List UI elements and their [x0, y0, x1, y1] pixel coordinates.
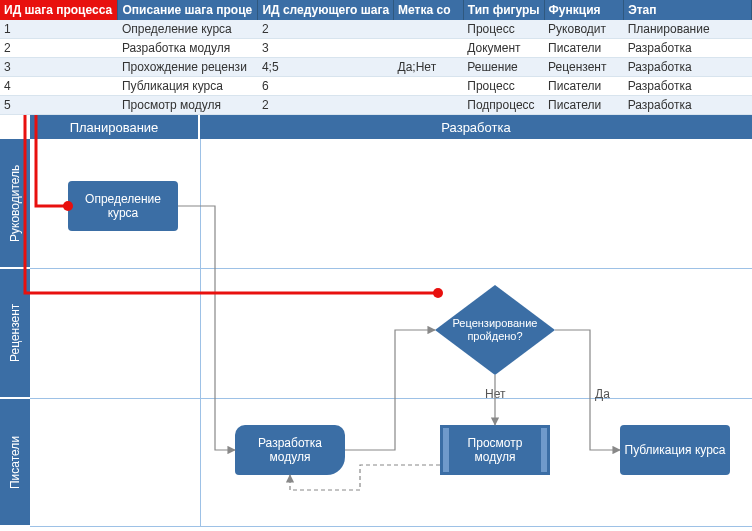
table-body: 1 Определение курса 2 Процесс Руководит … [0, 20, 752, 115]
node-review-label: Рецензирование пройдено? [435, 285, 555, 375]
cell-shape: Решение [463, 58, 544, 77]
cell-phase: Разработка [624, 58, 752, 77]
cell-desc: Определение курса [118, 20, 258, 39]
cell-phase: Планирование [624, 20, 752, 39]
lane-label-writers: Писатели [0, 399, 30, 527]
cell-shape: Документ [463, 39, 544, 58]
cell-func: Рецензент [544, 58, 624, 77]
cell-id: 5 [0, 96, 118, 115]
lane-label-reviewer: Рецензент [0, 269, 30, 399]
table-row: 2 Разработка модуля 3 Документ Писатели … [0, 39, 752, 58]
col-header-phase: Этап [624, 0, 752, 20]
cell-desc: Разработка модуля [118, 39, 258, 58]
cell-id: 2 [0, 39, 118, 58]
cell-next: 2 [258, 96, 394, 115]
cell-phase: Разработка [624, 77, 752, 96]
lane-label-manager: Руководитель [0, 139, 30, 269]
swimlane-diagram: Планирование Разработка Руководитель Рец… [0, 115, 752, 527]
node-define-course[interactable]: Определение курса [68, 181, 178, 231]
edge-label-no: Нет [485, 387, 505, 401]
process-table: ИД шага процесса Описание шага проце ИД … [0, 0, 752, 115]
cell-label [394, 39, 464, 58]
cell-func: Писатели [544, 77, 624, 96]
table-row: 4 Публикация курса 6 Процесс Писатели Ра… [0, 77, 752, 96]
table-row: 5 Просмотр модуля 2 Подпроцесс Писатели … [0, 96, 752, 115]
cell-id: 3 [0, 58, 118, 77]
phase-header-planning: Планирование [30, 115, 200, 139]
table-row: 3 Прохождение рецензи 4;5 Да;Нет Решение… [0, 58, 752, 77]
cell-func: Писатели [544, 96, 624, 115]
col-header-label: Метка со [394, 0, 464, 20]
col-header-func: Функция [544, 0, 624, 20]
col-header-shape: Тип фигуры [463, 0, 544, 20]
cell-next: 3 [258, 39, 394, 58]
cell-shape: Процесс [463, 77, 544, 96]
cell-desc: Просмотр модуля [118, 96, 258, 115]
node-develop-module[interactable]: Разработка модуля [235, 425, 345, 475]
col-header-id: ИД шага процесса [0, 0, 118, 20]
lane-body-reviewer [30, 269, 752, 399]
cell-next: 6 [258, 77, 394, 96]
phase-header-development: Разработка [200, 115, 752, 139]
cell-label [394, 77, 464, 96]
cell-label [394, 20, 464, 39]
edge-label-yes: Да [595, 387, 610, 401]
cell-phase: Разработка [624, 39, 752, 58]
node-inspect-module[interactable]: Просмотр модуля [440, 425, 550, 475]
phase-separator [200, 139, 201, 527]
cell-next: 2 [258, 20, 394, 39]
cell-shape: Подпроцесс [463, 96, 544, 115]
cell-func: Руководит [544, 20, 624, 39]
cell-func: Писатели [544, 39, 624, 58]
node-publish-course[interactable]: Публикация курса [620, 425, 730, 475]
cell-label: Да;Нет [394, 58, 464, 77]
cell-shape: Процесс [463, 20, 544, 39]
cell-next: 4;5 [258, 58, 394, 77]
cell-desc: Публикация курса [118, 77, 258, 96]
node-review-decision[interactable]: Рецензирование пройдено? [435, 285, 555, 375]
cell-id: 1 [0, 20, 118, 39]
col-header-next: ИД следующего шага [258, 0, 394, 20]
table-row: 1 Определение курса 2 Процесс Руководит … [0, 20, 752, 39]
cell-label [394, 96, 464, 115]
cell-desc: Прохождение рецензи [118, 58, 258, 77]
cell-phase: Разработка [624, 96, 752, 115]
cell-id: 4 [0, 77, 118, 96]
col-header-desc: Описание шага проце [118, 0, 258, 20]
